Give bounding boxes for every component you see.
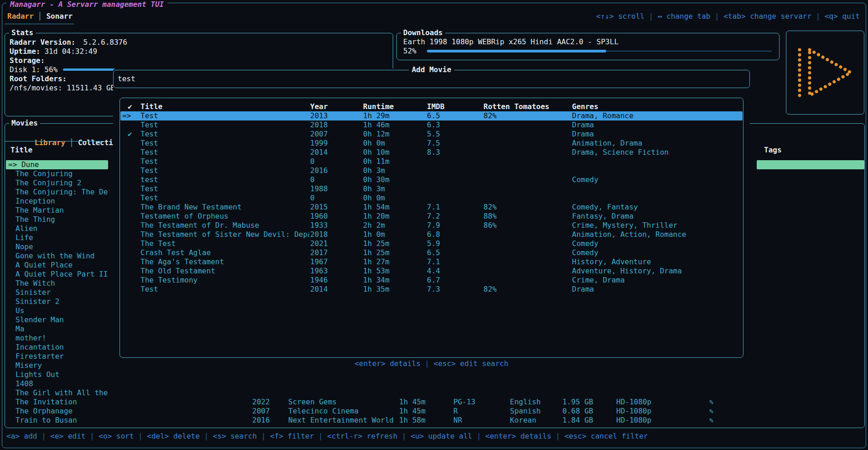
result-rt: [483, 166, 571, 175]
search-value: test: [118, 74, 135, 84]
result-runtime: 2h 2m: [363, 221, 426, 230]
result-row[interactable]: =>Test20131h 29m6.582%Drama, Romance: [120, 111, 743, 120]
result-check: [128, 175, 140, 184]
result-rt: [483, 239, 571, 248]
movie-tags-cell: [757, 279, 864, 288]
movie-title: Misery: [6, 361, 108, 370]
result-row[interactable]: test00h 30mComedy: [120, 175, 743, 184]
movie-quality: HD-1080p: [616, 407, 651, 416]
movie-quality: HD-1080p: [616, 416, 651, 425]
movie-year: 2016: [252, 416, 270, 425]
result-title: The Old Testament: [140, 267, 309, 276]
result-check: [128, 285, 140, 294]
result-row[interactable]: Test19880h 3m: [120, 184, 743, 194]
keybind-change-tab: ↔ change tab: [658, 12, 711, 21]
tab-sonarr[interactable]: Sonarr: [46, 12, 73, 21]
result-row[interactable]: Test20160h 3m: [120, 166, 743, 175]
result-row[interactable]: The Brand New Testament20151h 54m7.182%C…: [120, 203, 743, 212]
result-title: Test: [140, 285, 309, 294]
movie-tags-cell: [757, 160, 864, 169]
result-imdb: 5.9: [427, 239, 483, 248]
movie-title: => Dune: [6, 160, 108, 169]
result-year: 2021: [310, 239, 361, 248]
result-runtime: 1h 35m: [363, 285, 426, 294]
result-year: 2014: [310, 148, 361, 157]
keybind-sort: <o> sort: [99, 432, 134, 440]
result-year: 2015: [310, 203, 361, 212]
result-runtime: 1h 34m: [363, 276, 426, 285]
movie-title: The Conjuring: The De: [6, 188, 108, 197]
result-row[interactable]: ✔Test20070h 12m5.5Drama: [120, 130, 743, 139]
movie-row[interactable]: Train to Busan2016Next Entertainment Wor…: [5, 416, 864, 425]
results-header-row: ✔TitleYearRuntimeIMDBRotten TomatoesGenr…: [120, 102, 743, 111]
result-check: ✔: [128, 130, 140, 139]
result-row[interactable]: Test19990h 0m7.5Animation, Drama: [120, 139, 743, 148]
result-imdb: 7.1: [427, 257, 483, 267]
result-row[interactable]: Test20140h 10m8.3Drama, Science Fiction: [120, 148, 743, 157]
result-imdb: 7.3: [427, 285, 483, 294]
keybind-add: <a> add: [6, 432, 37, 440]
movie-title: Sinister 2: [6, 297, 108, 306]
download-item: Earth 1998 1080p WEBRip x265 Hindi AAC2.…: [403, 37, 773, 47]
result-title: The Brand New Testament: [140, 203, 309, 212]
header-year: Year: [310, 102, 361, 111]
movie-row[interactable]: The Orphanage2007Telecinco Cinema1h 45mR…: [5, 407, 864, 416]
result-year: 2016: [310, 166, 361, 175]
movie-rating: PG-13: [453, 398, 475, 407]
result-check: [128, 111, 140, 120]
keybind-separator: |: [134, 432, 147, 440]
keybind-quit: <q> quit: [825, 12, 860, 21]
result-row[interactable]: Test20181h 46m6.3Drama: [120, 120, 743, 130]
tab-library[interactable]: Library: [35, 138, 65, 147]
movie-tags-cell: [757, 324, 864, 334]
result-genres: Adventure, History, Drama: [572, 267, 743, 276]
movie-year: 2007: [252, 407, 270, 416]
result-row[interactable]: The Testimony19461h 34m6.7Crime, Drama: [120, 276, 743, 285]
result-runtime: 1h 54m: [363, 203, 426, 212]
result-row[interactable]: The Test20211h 25m5.9Comedy: [120, 239, 743, 248]
result-check: [128, 139, 140, 148]
result-imdb: 6.8: [427, 230, 483, 239]
search-input[interactable]: Add Movie test: [113, 70, 750, 88]
download-progress-bar: [427, 51, 772, 52]
keybind-filter: <f> filter: [270, 432, 314, 440]
movie-tags-cell: [757, 297, 864, 306]
result-runtime: 0h 0m: [363, 139, 426, 148]
result-title: Test: [140, 184, 309, 194]
result-row[interactable]: Testament of Orpheus19601h 20m7.288%Fant…: [120, 212, 743, 221]
keybind-details: <enter> details: [354, 359, 421, 368]
movie-tags-cell: [757, 188, 864, 197]
keybind-separator: |: [710, 12, 723, 21]
result-runtime: 1h 25m: [363, 248, 426, 257]
stat-version-value: 5.2.6.8376: [83, 38, 127, 47]
result-row[interactable]: The Aga's Testament19671h 27m7.1History,…: [120, 257, 743, 267]
result-check: [128, 194, 140, 203]
result-title: test: [140, 175, 309, 184]
result-row[interactable]: Crash Test Aglae20171h 25m6.5Comedy: [120, 248, 743, 257]
result-row[interactable]: The Old Testament19631h 53m4.4Adventure,…: [120, 267, 743, 276]
movie-title: Incantation: [6, 343, 108, 352]
result-row[interactable]: The Testament of Sister New Devil: Depar…: [120, 230, 743, 239]
movie-studio: Screen Gems: [288, 398, 337, 407]
tag-icon: ✎: [709, 416, 714, 425]
result-runtime: 1h 29m: [363, 111, 426, 120]
result-title: Crash Test Aglae: [140, 248, 309, 257]
result-title: Test: [140, 166, 309, 175]
keybind-separator: |: [257, 432, 270, 440]
result-imdb: [427, 157, 483, 166]
movie-tags-cell: [757, 352, 864, 361]
movie-title: Firestarter: [6, 352, 108, 361]
tab-radarr[interactable]: Radarr: [7, 12, 34, 21]
keybind-change-servarr: <tab> change servarr: [723, 12, 811, 21]
keybind-edit: <e> edit: [50, 432, 85, 440]
movie-tags-cell: [757, 343, 864, 352]
result-genres: [572, 166, 743, 175]
result-row[interactable]: The Testament of Dr. Mabuse19332h 2m7.98…: [120, 221, 743, 230]
result-row[interactable]: Test00h 11m: [120, 157, 743, 166]
keybind-separator: |: [472, 432, 485, 440]
result-year: 1933: [310, 221, 361, 230]
result-row[interactable]: Test20141h 35m7.382%Drama: [120, 285, 743, 294]
result-row[interactable]: Test00h 0m: [120, 194, 743, 203]
movie-row[interactable]: The Invitation2022Screen Gems1h 45mPG-13…: [5, 398, 864, 407]
movie-title: Us: [6, 306, 108, 315]
